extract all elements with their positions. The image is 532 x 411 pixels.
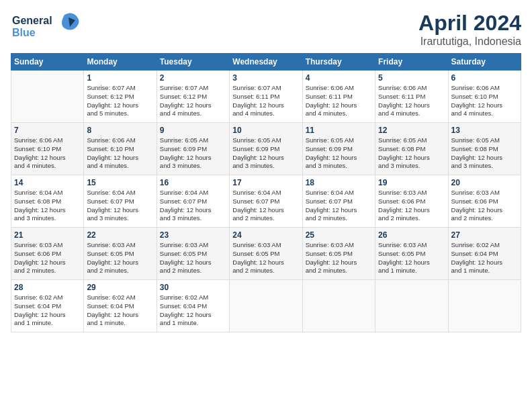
weekday-header-sunday: Sunday	[11, 54, 84, 71]
calendar-cell: 3Sunrise: 6:07 AM Sunset: 6:11 PM Daylig…	[230, 71, 302, 123]
calendar-cell: 27Sunrise: 6:02 AM Sunset: 6:04 PM Dayli…	[448, 228, 521, 280]
day-info: Sunrise: 6:05 AM Sunset: 6:09 PM Dayligh…	[160, 136, 226, 171]
day-info: Sunrise: 6:03 AM Sunset: 6:06 PM Dayligh…	[14, 241, 81, 275]
day-number: 2	[160, 73, 226, 83]
calendar-cell	[11, 71, 84, 123]
page-title: April 2024	[418, 11, 521, 36]
week-row-2: 7Sunrise: 6:06 AM Sunset: 6:10 PM Daylig…	[11, 123, 521, 175]
weekday-header-thursday: Thursday	[302, 54, 375, 71]
calendar-cell	[230, 280, 302, 332]
day-info: Sunrise: 6:04 AM Sunset: 6:07 PM Dayligh…	[306, 189, 372, 223]
day-info: Sunrise: 6:05 AM Sunset: 6:08 PM Dayligh…	[378, 136, 445, 171]
weekday-header-tuesday: Tuesday	[157, 54, 229, 71]
weekday-header-row: SundayMondayTuesdayWednesdayThursdayFrid…	[11, 54, 521, 71]
day-number: 28	[14, 283, 81, 292]
day-info: Sunrise: 6:04 AM Sunset: 6:07 PM Dayligh…	[160, 189, 226, 223]
week-row-4: 21Sunrise: 6:03 AM Sunset: 6:06 PM Dayli…	[11, 228, 521, 280]
day-info: Sunrise: 6:06 AM Sunset: 6:11 PM Dayligh…	[306, 84, 372, 118]
day-number: 30	[160, 283, 226, 292]
svg-text:Blue: Blue	[12, 27, 36, 38]
week-row-5: 28Sunrise: 6:02 AM Sunset: 6:04 PM Dayli…	[11, 280, 521, 332]
calendar-cell: 8Sunrise: 6:06 AM Sunset: 6:10 PM Daylig…	[84, 123, 157, 175]
day-number: 26	[378, 230, 445, 240]
day-info: Sunrise: 6:03 AM Sunset: 6:05 PM Dayligh…	[378, 241, 445, 275]
day-info: Sunrise: 6:03 AM Sunset: 6:05 PM Dayligh…	[232, 241, 299, 275]
calendar-cell: 22Sunrise: 6:03 AM Sunset: 6:05 PM Dayli…	[84, 228, 157, 280]
day-number: 19	[378, 178, 445, 187]
day-info: Sunrise: 6:02 AM Sunset: 6:04 PM Dayligh…	[14, 293, 81, 328]
day-info: Sunrise: 6:03 AM Sunset: 6:06 PM Dayligh…	[451, 189, 518, 223]
day-number: 5	[378, 73, 445, 83]
day-info: Sunrise: 6:02 AM Sunset: 6:04 PM Dayligh…	[451, 241, 518, 275]
calendar-cell: 4Sunrise: 6:06 AM Sunset: 6:11 PM Daylig…	[302, 71, 375, 123]
calendar-cell: 13Sunrise: 6:05 AM Sunset: 6:08 PM Dayli…	[448, 123, 521, 175]
weekday-header-saturday: Saturday	[448, 54, 521, 71]
calendar-cell: 17Sunrise: 6:04 AM Sunset: 6:07 PM Dayli…	[230, 175, 302, 228]
calendar-cell: 18Sunrise: 6:04 AM Sunset: 6:07 PM Dayli…	[302, 175, 375, 228]
calendar-cell: 10Sunrise: 6:05 AM Sunset: 6:09 PM Dayli…	[230, 123, 302, 175]
calendar-cell: 14Sunrise: 6:04 AM Sunset: 6:08 PM Dayli…	[11, 175, 84, 228]
calendar-cell: 11Sunrise: 6:05 AM Sunset: 6:09 PM Dayli…	[302, 123, 375, 175]
day-number: 21	[14, 230, 81, 240]
calendar-cell: 6Sunrise: 6:06 AM Sunset: 6:10 PM Daylig…	[448, 71, 521, 123]
logo-icon: General Blue	[11, 11, 85, 40]
header: General Blue April 2024 Irarututiga, Ind…	[11, 11, 521, 48]
day-number: 12	[378, 126, 445, 135]
calendar-cell: 28Sunrise: 6:02 AM Sunset: 6:04 PM Dayli…	[11, 280, 84, 332]
day-info: Sunrise: 6:04 AM Sunset: 6:07 PM Dayligh…	[232, 189, 299, 223]
calendar-cell: 16Sunrise: 6:04 AM Sunset: 6:07 PM Dayli…	[157, 175, 229, 228]
day-number: 6	[451, 73, 518, 83]
day-number: 20	[451, 178, 518, 187]
day-info: Sunrise: 6:07 AM Sunset: 6:12 PM Dayligh…	[87, 84, 153, 118]
day-number: 17	[232, 178, 299, 187]
day-number: 1	[87, 73, 153, 83]
calendar-cell	[448, 280, 521, 332]
day-number: 7	[14, 126, 81, 135]
week-row-3: 14Sunrise: 6:04 AM Sunset: 6:08 PM Dayli…	[11, 175, 521, 228]
day-info: Sunrise: 6:03 AM Sunset: 6:05 PM Dayligh…	[306, 241, 372, 275]
day-number: 16	[160, 178, 226, 187]
page-subtitle: Irarututiga, Indonesia	[418, 36, 521, 48]
calendar-cell: 1Sunrise: 6:07 AM Sunset: 6:12 PM Daylig…	[84, 71, 157, 123]
day-number: 29	[87, 283, 153, 292]
day-info: Sunrise: 6:02 AM Sunset: 6:04 PM Dayligh…	[160, 293, 226, 328]
day-number: 10	[232, 126, 299, 135]
calendar-cell: 23Sunrise: 6:03 AM Sunset: 6:05 PM Dayli…	[157, 228, 229, 280]
day-info: Sunrise: 6:02 AM Sunset: 6:04 PM Dayligh…	[87, 293, 153, 328]
calendar-cell: 24Sunrise: 6:03 AM Sunset: 6:05 PM Dayli…	[230, 228, 302, 280]
day-number: 27	[451, 230, 518, 240]
day-number: 15	[87, 178, 153, 187]
day-info: Sunrise: 6:05 AM Sunset: 6:09 PM Dayligh…	[232, 136, 299, 171]
calendar-cell: 26Sunrise: 6:03 AM Sunset: 6:05 PM Dayli…	[375, 228, 448, 280]
day-info: Sunrise: 6:07 AM Sunset: 6:12 PM Dayligh…	[160, 84, 226, 118]
day-info: Sunrise: 6:06 AM Sunset: 6:10 PM Dayligh…	[87, 136, 153, 171]
weekday-header-monday: Monday	[84, 54, 157, 71]
day-info: Sunrise: 6:03 AM Sunset: 6:05 PM Dayligh…	[160, 241, 226, 275]
week-row-1: 1Sunrise: 6:07 AM Sunset: 6:12 PM Daylig…	[11, 71, 521, 123]
page-container: General Blue April 2024 Irarututiga, Ind…	[0, 0, 532, 338]
calendar-cell	[302, 280, 375, 332]
calendar-cell: 5Sunrise: 6:06 AM Sunset: 6:11 PM Daylig…	[375, 71, 448, 123]
day-info: Sunrise: 6:04 AM Sunset: 6:08 PM Dayligh…	[14, 189, 81, 223]
calendar-cell: 7Sunrise: 6:06 AM Sunset: 6:10 PM Daylig…	[11, 123, 84, 175]
day-info: Sunrise: 6:06 AM Sunset: 6:10 PM Dayligh…	[14, 136, 81, 171]
weekday-header-wednesday: Wednesday	[230, 54, 302, 71]
day-number: 25	[306, 230, 372, 240]
day-info: Sunrise: 6:07 AM Sunset: 6:11 PM Dayligh…	[232, 84, 299, 118]
day-info: Sunrise: 6:05 AM Sunset: 6:08 PM Dayligh…	[451, 136, 518, 171]
calendar-cell: 25Sunrise: 6:03 AM Sunset: 6:05 PM Dayli…	[302, 228, 375, 280]
calendar-cell: 15Sunrise: 6:04 AM Sunset: 6:07 PM Dayli…	[84, 175, 157, 228]
calendar-cell: 20Sunrise: 6:03 AM Sunset: 6:06 PM Dayli…	[448, 175, 521, 228]
svg-text:General: General	[12, 15, 52, 26]
day-number: 24	[232, 230, 299, 240]
day-number: 13	[451, 126, 518, 135]
day-number: 18	[306, 178, 372, 187]
logo: General Blue	[11, 11, 85, 43]
calendar-cell: 29Sunrise: 6:02 AM Sunset: 6:04 PM Dayli…	[84, 280, 157, 332]
calendar-cell: 9Sunrise: 6:05 AM Sunset: 6:09 PM Daylig…	[157, 123, 229, 175]
day-number: 23	[160, 230, 226, 240]
calendar-cell: 2Sunrise: 6:07 AM Sunset: 6:12 PM Daylig…	[157, 71, 229, 123]
day-info: Sunrise: 6:06 AM Sunset: 6:11 PM Dayligh…	[378, 84, 445, 118]
calendar-table: SundayMondayTuesdayWednesdayThursdayFrid…	[11, 53, 521, 332]
day-number: 8	[87, 126, 153, 135]
